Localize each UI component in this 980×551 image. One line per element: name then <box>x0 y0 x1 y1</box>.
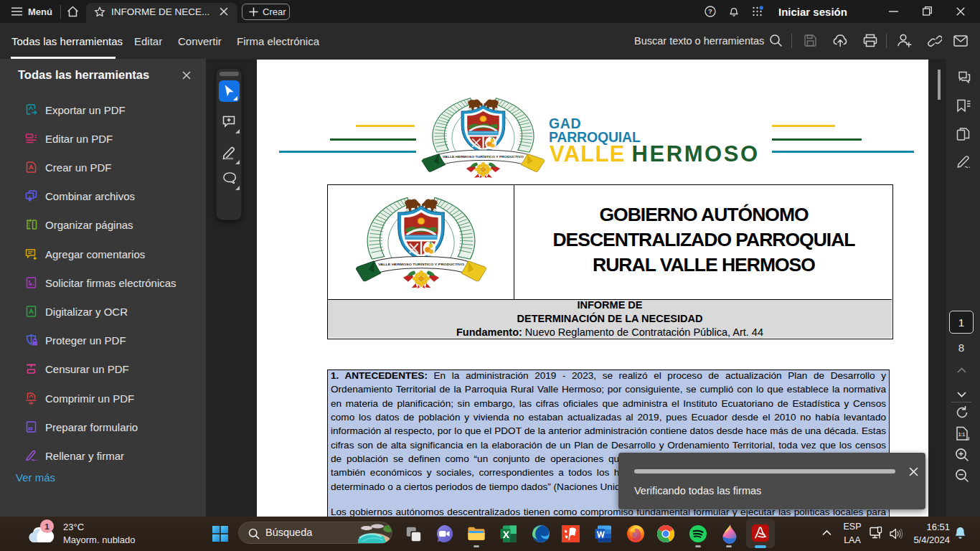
svg-text:?: ? <box>708 7 712 15</box>
svg-text:1:1: 1:1 <box>958 432 966 437</box>
